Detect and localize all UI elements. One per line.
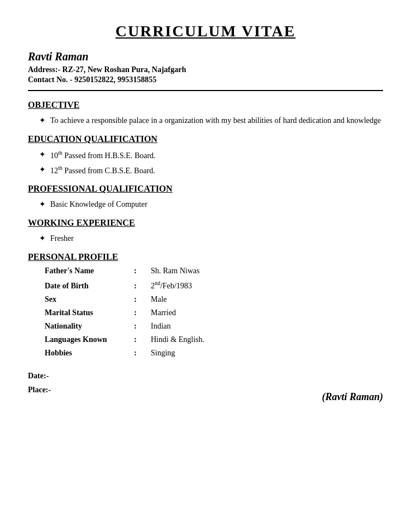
divider xyxy=(28,90,383,91)
working-text: Fresher xyxy=(50,232,74,244)
header-contact: Contact No. - 9250152822, 9953158855 xyxy=(28,75,383,84)
profile-label-fathers-name: Father's Name xyxy=(45,267,134,276)
footer-section: Date:- Place:- (Ravti Raman) xyxy=(28,369,383,403)
profile-row-sex: Sex : Male xyxy=(45,295,383,304)
profile-row-marital: Marital Status : Married xyxy=(45,308,383,317)
working-item: ✦ Fresher xyxy=(39,232,383,244)
personal-profile-table: Father's Name : Sh. Ram Niwas Date of Bi… xyxy=(45,267,383,358)
education-text-1: 10th Passed from H.B.S.E. Board. xyxy=(50,149,156,162)
bullet-icon: ✦ xyxy=(39,164,46,175)
objective-text: To achieve a responsible palace in a org… xyxy=(50,115,381,126)
professional-item: ✦ Basic Knowledge of Computer xyxy=(39,198,383,210)
education-title: EDUCATION QUALIFICATION xyxy=(28,134,383,144)
profile-value-languages: Hindi & English. xyxy=(151,335,204,344)
working-section: WORKING EXPERIENCE ✦ Fresher xyxy=(28,218,383,244)
profile-colon: : xyxy=(134,308,151,317)
bullet-icon: ✦ xyxy=(39,198,46,210)
profile-label-languages: Languages Known xyxy=(45,335,134,344)
profile-row-fathers-name: Father's Name : Sh. Ram Niwas xyxy=(45,267,383,276)
profile-colon: : xyxy=(134,295,151,304)
personal-section: PERSONAL PROFILE Father's Name : Sh. Ram… xyxy=(28,252,383,358)
profile-value-hobbies: Singing xyxy=(151,349,175,358)
profile-label-dob: Date of Birth xyxy=(45,282,134,291)
bullet-icon: ✦ xyxy=(39,149,46,160)
profile-row-dob: Date of Birth : 2nd/Feb/1983 xyxy=(45,280,383,291)
profile-colon: : xyxy=(134,282,151,291)
education-text-2: 12th Passed from C.B.S.E. Board. xyxy=(50,164,155,177)
header-name: Ravti Raman xyxy=(28,50,383,63)
bullet-icon: ✦ xyxy=(39,232,46,244)
profile-row-languages: Languages Known : Hindi & English. xyxy=(45,335,383,344)
profile-colon: : xyxy=(134,335,151,344)
profile-label-marital: Marital Status xyxy=(45,308,134,317)
profile-value-fathers-name: Sh. Ram Niwas xyxy=(151,267,200,276)
profile-value-nationality: Indian xyxy=(151,322,171,331)
profile-colon: : xyxy=(134,349,151,358)
objective-item: ✦ To achieve a responsible palace in a o… xyxy=(39,115,383,126)
objective-section: OBJECTIVE ✦ To achieve a responsible pal… xyxy=(28,100,383,126)
professional-section: PROFESSIONAL QUALIFICATION ✦ Basic Knowl… xyxy=(28,184,383,210)
objective-title: OBJECTIVE xyxy=(28,100,383,110)
profile-row-nationality: Nationality : Indian xyxy=(45,322,383,331)
profile-value-marital: Married xyxy=(151,308,176,317)
bullet-icon: ✦ xyxy=(39,115,46,126)
personal-title: PERSONAL PROFILE xyxy=(28,252,383,262)
education-section: EDUCATION QUALIFICATION ✦ 10th Passed fr… xyxy=(28,134,383,176)
profile-label-hobbies: Hobbies xyxy=(45,349,134,358)
profile-row-hobbies: Hobbies : Singing xyxy=(45,349,383,358)
profile-label-sex: Sex xyxy=(45,295,134,304)
profile-label-nationality: Nationality xyxy=(45,322,134,331)
footer-date: Date:- xyxy=(28,369,383,383)
profile-colon: : xyxy=(134,267,151,276)
education-item-2: ✦ 12th Passed from C.B.S.E. Board. xyxy=(39,164,383,177)
profile-value-dob: 2nd/Feb/1983 xyxy=(151,280,192,291)
profile-colon: : xyxy=(134,322,151,331)
footer-signature: (Ravti Raman) xyxy=(28,391,383,403)
professional-text: Basic Knowledge of Computer xyxy=(50,198,147,210)
professional-title: PROFESSIONAL QUALIFICATION xyxy=(28,184,383,194)
profile-value-sex: Male xyxy=(151,295,167,304)
cv-title: CURRICULUM VITAE xyxy=(28,22,383,40)
header-address: Address:- RZ-27, New Roshan Pura, Najafg… xyxy=(28,65,383,74)
education-item-1: ✦ 10th Passed from H.B.S.E. Board. xyxy=(39,149,383,162)
working-title: WORKING EXPERIENCE xyxy=(28,218,383,228)
